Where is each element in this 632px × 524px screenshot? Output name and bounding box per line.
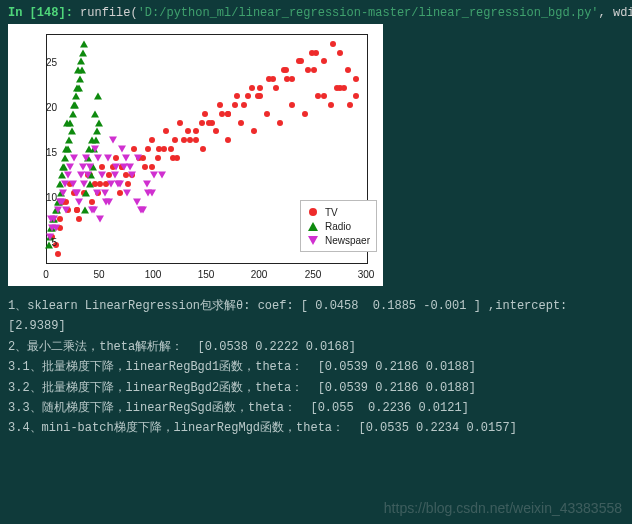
output-line-3: 3.1、批量梯度下降，linearRegBgd1函数，theta： [0.053… (8, 357, 624, 377)
data-point (47, 216, 55, 223)
data-point (104, 154, 112, 161)
data-point (75, 84, 83, 91)
data-point (65, 137, 73, 144)
data-point (321, 93, 327, 99)
legend-item-radio: Radio (307, 219, 370, 233)
data-point (145, 146, 151, 152)
data-point (202, 111, 208, 117)
data-point (61, 154, 69, 161)
data-point (289, 76, 295, 82)
input-cell: In [148]: runfile('D:/python_ml/linear_r… (8, 6, 624, 20)
data-point (77, 58, 85, 65)
data-point (232, 102, 238, 108)
data-point (225, 137, 231, 143)
data-point (185, 128, 191, 134)
ytick: 25 (27, 57, 57, 68)
data-point (143, 181, 151, 188)
data-point (71, 102, 79, 109)
data-point (126, 163, 134, 170)
data-point (74, 207, 80, 213)
prompt-label: In (8, 6, 30, 20)
data-point (94, 93, 102, 100)
data-point (238, 120, 244, 126)
scatter-plot: 5 10 15 20 25 0 50 100 150 200 250 300 T… (8, 24, 383, 286)
data-point (251, 128, 257, 134)
data-point (70, 154, 78, 161)
data-point (113, 155, 119, 161)
data-point (219, 111, 225, 117)
data-point (158, 172, 166, 179)
data-point (101, 189, 109, 196)
data-point (59, 189, 67, 196)
data-point (257, 85, 263, 91)
data-point (99, 164, 105, 170)
data-point (181, 137, 187, 143)
data-point (273, 85, 279, 91)
data-point (309, 50, 315, 56)
data-point (187, 137, 193, 143)
data-point (72, 93, 80, 100)
ytick: 15 (27, 147, 57, 158)
data-point (199, 120, 205, 126)
data-point (345, 67, 351, 73)
output-line-1: 1、sklearn LinearRegression包求解θ: coef: [ … (8, 296, 624, 337)
data-point (321, 58, 327, 64)
data-point (118, 146, 126, 153)
data-point (80, 181, 88, 188)
data-point (111, 172, 119, 179)
data-point (174, 155, 180, 161)
output-line-5: 3.3、随机梯度下降，linearRegSgd函数，theta： [0.055 … (8, 398, 624, 418)
data-point (168, 146, 174, 152)
data-point (234, 93, 240, 99)
data-point (277, 120, 283, 126)
data-point (79, 163, 87, 170)
data-point (149, 137, 155, 143)
data-point (225, 111, 231, 117)
data-point (69, 181, 77, 188)
circle-icon (307, 206, 319, 218)
data-point (84, 172, 92, 179)
data-point (217, 102, 223, 108)
prompt-number: [148] (30, 6, 66, 20)
data-point (97, 181, 103, 187)
data-point (75, 198, 83, 205)
xtick: 300 (358, 269, 375, 280)
xtick: 50 (93, 269, 104, 280)
data-point (98, 172, 106, 179)
data-point (55, 251, 61, 257)
legend-label: Radio (325, 221, 351, 232)
data-point (82, 189, 90, 196)
data-point (73, 189, 81, 196)
data-point (177, 120, 183, 126)
output-line-6: 3.4、mini-batch梯度下降，linearRegMgd函数，theta：… (8, 418, 624, 438)
data-point (172, 137, 178, 143)
runfile-call: runfile (80, 6, 130, 20)
data-point (334, 85, 340, 91)
data-point (91, 146, 99, 153)
data-point (241, 102, 247, 108)
data-point (66, 163, 74, 170)
xtick: 250 (305, 269, 322, 280)
data-point (54, 207, 62, 214)
data-point (63, 119, 71, 126)
data-point (255, 93, 261, 99)
data-point (125, 181, 131, 187)
data-point (62, 207, 70, 214)
data-point (64, 146, 72, 153)
data-point (161, 146, 167, 152)
data-point (328, 102, 334, 108)
data-point (353, 76, 359, 82)
data-point (58, 198, 66, 205)
data-point (128, 172, 136, 179)
data-point (82, 154, 90, 161)
legend-item-newspaper: Newspaer (307, 233, 370, 247)
data-point (92, 137, 100, 144)
xtick: 0 (43, 269, 49, 280)
watermark: https://blog.csdn.net/weixin_43383558 (384, 500, 622, 516)
legend-label: TV (325, 207, 338, 218)
data-point (213, 128, 219, 134)
xtick: 150 (198, 269, 215, 280)
data-point (284, 76, 290, 82)
data-point (133, 198, 141, 205)
script-path: 'D:/python_ml/linear_regression-master/l… (138, 6, 599, 20)
